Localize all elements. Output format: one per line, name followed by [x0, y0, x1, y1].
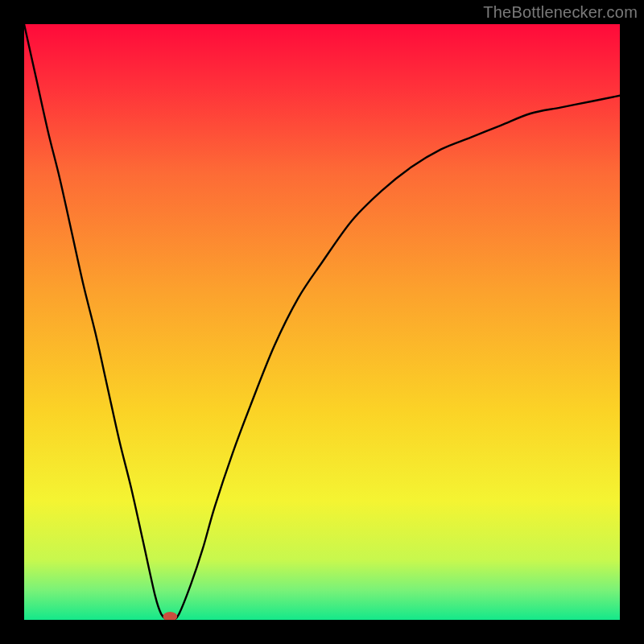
chart-svg — [24, 24, 620, 620]
outer-frame: TheBottlenecker.com — [0, 0, 644, 644]
attribution-text: TheBottlenecker.com — [483, 3, 638, 22]
plot-area — [24, 24, 620, 620]
